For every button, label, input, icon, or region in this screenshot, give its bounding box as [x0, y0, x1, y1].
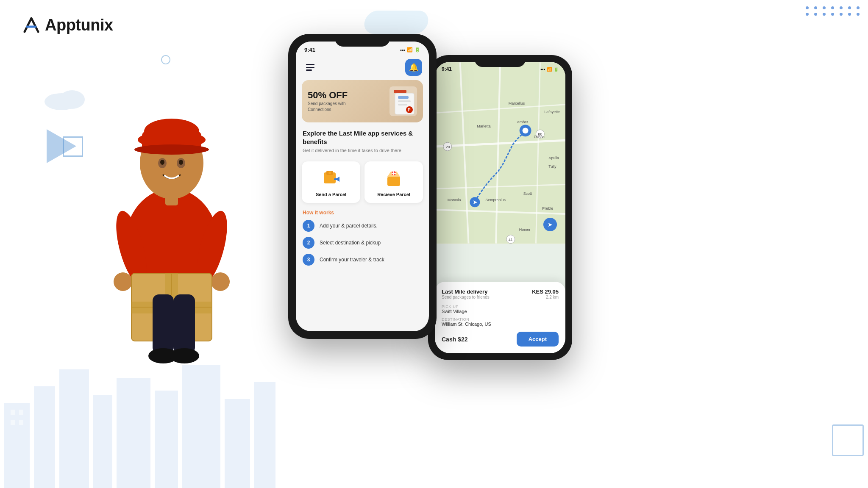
destination-label: Destination [442, 317, 559, 322]
banner-text: 50% OFF Send packages with Connections [308, 90, 389, 113]
svg-text:Moravia: Moravia [448, 198, 461, 202]
svg-rect-38 [153, 294, 174, 354]
menu-line-1 [306, 64, 314, 65]
receive-parcel-icon [383, 167, 404, 189]
logo-text: Apptunix [45, 16, 113, 34]
svg-text:20: 20 [446, 145, 450, 149]
svg-point-25 [160, 160, 164, 165]
map-phone-notch [475, 55, 526, 67]
bg-shape-top [362, 11, 430, 34]
explore-title: Explore the Last Mile app services & ben… [303, 129, 422, 146]
banner-sub-2: Connections [308, 107, 389, 113]
send-parcel-label: Send a Parcel [306, 192, 356, 197]
wifi-icon: 📶 [407, 47, 413, 53]
svg-rect-42 [394, 90, 406, 93]
delivery-card: Last Mile delivery Send packages to frie… [435, 282, 565, 353]
svg-point-21 [144, 119, 199, 144]
map-area: 9:41 ▪▪▪ 📶 🔋 [435, 62, 565, 244]
svg-text:Preble: Preble [542, 206, 553, 211]
service-cards: Send a Parcel Recieve Parcel [296, 157, 429, 207]
nav-arrow[interactable]: ➤ [543, 218, 557, 231]
delivery-person [83, 66, 261, 383]
map-wifi-icon: 📶 [547, 67, 552, 72]
cash-label: Cash $22 [442, 336, 467, 343]
status-icons: ▪▪▪ 📶 🔋 [400, 47, 420, 53]
send-parcel-icon [320, 167, 342, 189]
map-svg: 20 80 41 ➤ Marcellus Marietta Amber Otis… [435, 62, 565, 244]
banner-discount: 50% OFF [308, 90, 389, 101]
bell-icon: 🔔 [409, 63, 418, 72]
delivery-title: Last Mile delivery [442, 288, 490, 295]
dots-decoration [801, 2, 866, 20]
svg-text:Marcellus: Marcellus [509, 101, 525, 105]
send-parcel-card[interactable]: Send a Parcel [302, 161, 360, 203]
br-square-decoration [832, 424, 864, 456]
step-2-num: 2 [303, 237, 314, 249]
notification-button[interactable]: 🔔 [405, 59, 422, 76]
svg-text:Amber: Amber [517, 120, 528, 124]
svg-text:➤: ➤ [473, 199, 478, 205]
receive-parcel-card[interactable]: Recieve Parcel [364, 161, 423, 203]
svg-rect-16 [19, 420, 23, 425]
price-value: KES 29.05 [532, 288, 559, 295]
delivery-card-header: Last Mile delivery Send packages to frie… [442, 288, 559, 299]
battery-icon: 🔋 [415, 47, 420, 53]
svg-rect-6 [59, 369, 89, 488]
svg-rect-4 [4, 403, 30, 488]
svg-rect-45 [398, 100, 411, 102]
svg-rect-53 [334, 178, 339, 180]
logo: Apptunix [21, 15, 113, 35]
step-1: 1 Add your & parcel details. [303, 220, 422, 232]
svg-rect-14 [19, 410, 23, 415]
svg-rect-44 [398, 96, 409, 99]
menu-line-3 [306, 69, 312, 71]
menu-line-2 [306, 67, 314, 68]
svg-text:Sempronius: Sempronius [485, 198, 506, 202]
svg-point-30 [114, 272, 132, 291]
explore-section: Explore the Last Mile app services & ben… [296, 128, 429, 157]
svg-point-22 [134, 144, 209, 155]
svg-rect-15 [11, 420, 15, 425]
svg-point-51 [328, 172, 331, 174]
explore-subtitle: Get it delivered in the time it takes to… [303, 147, 422, 154]
svg-rect-8 [117, 378, 150, 488]
pickup-value: Swift Village [442, 309, 559, 314]
svg-text:Scott: Scott [523, 191, 532, 196]
banner-sub-1: Send packages with [308, 101, 389, 107]
destination-detail: Destination William St, Chicago, US [442, 317, 559, 327]
receive-parcel-label: Recieve Parcel [369, 192, 419, 197]
destination-value: William St, Chicago, US [442, 322, 559, 327]
svg-text:Lafayette: Lafayette [544, 110, 560, 114]
svg-text:Tully: Tully [548, 164, 556, 169]
svg-rect-11 [225, 399, 250, 488]
svg-text:Homer: Homer [519, 227, 531, 232]
svg-rect-27 [165, 193, 178, 205]
phone-notch [335, 34, 390, 47]
accept-button[interactable]: Accept [517, 332, 559, 347]
promo-banner: 50% OFF Send packages with Connections P [302, 80, 423, 122]
phone-map: 9:41 ▪▪▪ 📶 🔋 [428, 55, 572, 360]
step-3-num: 3 [303, 254, 314, 266]
svg-rect-10 [182, 365, 220, 488]
svg-point-41 [170, 348, 199, 363]
svg-point-75 [523, 128, 529, 133]
map-signal-icon: ▪▪▪ [540, 67, 545, 72]
map-status-icons: ▪▪▪ 📶 🔋 [540, 67, 559, 72]
step-3: 3 Confirm your traveler & track [303, 254, 422, 266]
svg-text:41: 41 [509, 238, 513, 242]
square-decoration [63, 136, 83, 157]
signal-icon: ▪▪▪ [400, 47, 405, 53]
svg-rect-46 [398, 104, 407, 105]
circle-decoration [161, 55, 170, 64]
map-phone-screen: 9:41 ▪▪▪ 📶 🔋 [435, 62, 565, 353]
price-distance: 2.2 km [532, 295, 559, 299]
delivery-subtitle: Send packages to friends [442, 295, 490, 299]
svg-point-31 [211, 272, 230, 291]
svg-rect-9 [155, 391, 178, 488]
svg-point-2 [46, 94, 64, 108]
pickup-label: Pick-Up [442, 305, 559, 309]
svg-rect-13 [11, 410, 15, 415]
svg-point-26 [179, 160, 183, 165]
menu-button[interactable] [303, 60, 318, 75]
svg-rect-5 [34, 386, 55, 488]
